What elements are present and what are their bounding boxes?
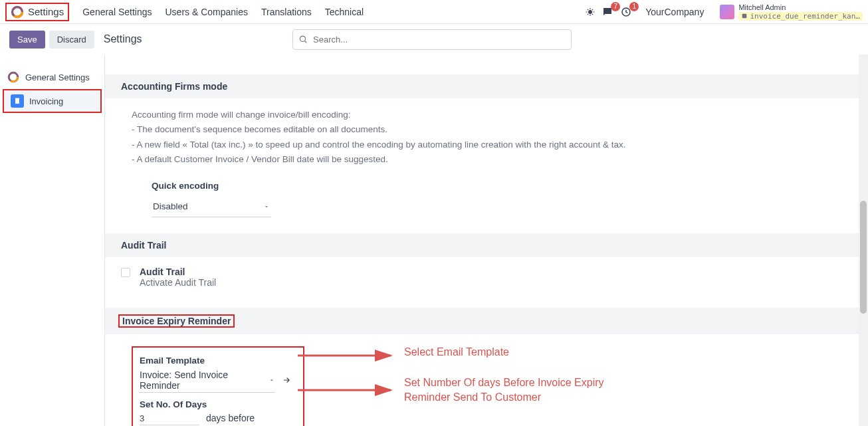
save-button[interactable]: Save [9,31,45,49]
user-menu[interactable]: Mitchell Admin invoice_due_reminder_kan… [720,3,863,21]
svg-rect-4 [742,14,747,19]
email-template-select[interactable]: Invoice: Send Invoice Reminder [140,368,275,393]
section-header-firms: Accounting Firms mode [105,74,868,98]
bug-icon[interactable] [586,7,595,17]
sidebar-item-invoicing[interactable]: Invoicing [4,90,100,112]
section-header-audit: Audit Trail [105,233,868,257]
invoicing-icon [11,94,24,108]
chevron-down-icon [263,203,270,210]
chat-badge: 7 [611,2,620,11]
reminder-title: Invoice Expiry Reminder [122,316,231,326]
sidebar: General Settings Invoicing [0,54,105,426]
top-nav: Settings General Settings Users & Compan… [0,0,868,24]
annotation-arrow-1 [298,349,397,362]
user-name: Mitchell Admin [738,3,863,12]
reminder-fields-highlight: Email Template Invoice: Send Invoice Rem… [132,346,304,426]
brand-highlight-box: Settings [5,3,69,21]
section-body-firms: Accounting firm mode will change invoice… [105,98,868,233]
search-input[interactable] [292,29,572,50]
audit-row: Audit Trail Activate Audit Trail [105,257,868,308]
firms-line2: - A new field « Total (tax inc.) » to sp… [132,138,852,152]
firms-intro: Accounting firm mode will change invoice… [132,108,852,122]
email-template-value: Invoice: Send Invoice Reminder [140,370,269,391]
days-input[interactable] [140,412,199,425]
quick-encoding-select[interactable]: Disabled [152,197,271,217]
svg-point-2 [588,10,592,14]
content: Accounting Firms mode Accounting firm mo… [105,54,868,426]
brand-label[interactable]: Settings [28,6,64,17]
nav-item-translations[interactable]: Translations [255,7,318,17]
scrollbar-thumb[interactable] [860,201,867,314]
chat-icon[interactable]: 7 [601,6,613,18]
sidebar-highlight-box: Invoicing [3,89,102,113]
nav-item-users[interactable]: Users & Companies [159,7,255,17]
action-bar: Save Discard Settings [0,24,868,54]
audit-item-title: Audit Trail [140,266,216,277]
svg-point-5 [300,36,305,41]
days-label: Set No. Of Days [140,399,291,409]
reminder-body: Email Template Invoice: Send Invoice Rem… [105,334,868,426]
audit-checkbox[interactable] [121,268,130,277]
breadcrumb: Settings [104,33,142,45]
firms-line1: - The document's sequence becomes editab… [132,122,852,137]
file-tag-text: invoice_due_reminder_kan… [750,12,860,21]
clock-badge: 1 [629,2,639,11]
scrollbar-track[interactable] [859,54,868,426]
avatar [720,5,734,19]
section-header-reminder: Invoice Expiry Reminder [105,308,868,334]
gear-icon [7,70,20,84]
company-name[interactable]: YourCompany [645,7,704,17]
topbar-right: 7 1 YourCompany Mitchell Admin invoice_d… [586,3,863,21]
clock-icon[interactable]: 1 [620,6,632,18]
annotation-text-1: Select Email Template [404,345,509,360]
annotation-arrow-2 [298,383,397,397]
nav-item-technical[interactable]: Technical [318,7,370,17]
sidebar-item-general[interactable]: General Settings [0,66,104,88]
audit-item-sub: Activate Audit Trail [140,277,216,288]
app-icon [11,5,24,19]
quick-encoding-label: Quick encoding [152,179,852,193]
quick-encoding-value: Disabled [153,199,188,214]
days-suffix: days before [206,413,255,423]
file-tag: invoice_due_reminder_kan… [738,12,863,21]
search-icon [298,35,308,44]
sidebar-item-label: Invoicing [29,96,63,106]
chevron-down-icon [269,377,275,383]
sidebar-item-label: General Settings [25,72,90,82]
firms-line3: - A default Customer Invoice / Vendor Bi… [132,152,852,167]
email-template-label: Email Template [140,356,291,366]
reminder-title-highlight: Invoice Expiry Reminder [118,314,235,328]
nav-item-general[interactable]: General Settings [76,7,158,17]
search-wrap [292,29,572,50]
open-template-icon[interactable] [282,375,291,385]
discard-button[interactable]: Discard [49,31,94,49]
annotation-text-2: Set Number Of days Before Invoice Expiry… [404,375,617,405]
